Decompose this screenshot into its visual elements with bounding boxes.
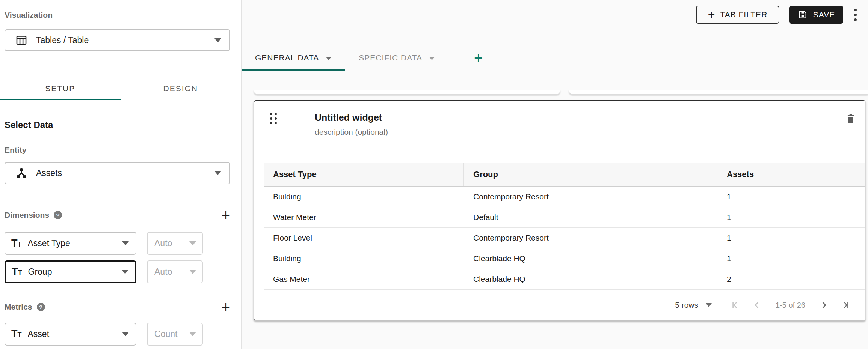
entity-select[interactable]: Assets xyxy=(5,162,230,184)
chevron-down-icon xyxy=(326,57,332,60)
table-pagination: 5 rows 1-5 of 26 xyxy=(254,290,865,320)
chevron-down-icon xyxy=(706,303,712,307)
chevron-down-icon xyxy=(122,270,128,274)
page-range-label: 1-5 of 26 xyxy=(776,301,805,310)
more-options-menu[interactable] xyxy=(848,6,863,24)
help-icon[interactable]: ? xyxy=(37,303,45,311)
collapsed-card-edge[interactable] xyxy=(569,90,868,95)
help-icon[interactable]: ? xyxy=(54,211,62,219)
chevron-down-icon xyxy=(214,171,221,175)
table-row[interactable]: Building Contemporary Resort 1 xyxy=(264,187,865,207)
select-data-heading: Select Data xyxy=(5,120,230,130)
column-header[interactable]: Group xyxy=(464,163,717,186)
table-row[interactable]: Water Meter Default 1 xyxy=(264,207,865,228)
active-tab-indicator xyxy=(0,99,121,100)
section-divider xyxy=(5,197,230,197)
cell-group: Default xyxy=(464,207,717,227)
tab-general-data-label: GENERAL DATA xyxy=(255,53,319,62)
data-tabs-bar: GENERAL DATA SPECIFIC DATA + xyxy=(242,30,868,71)
visualization-label: Visualization xyxy=(5,11,230,20)
dimension-field-select[interactable]: TT Asset Type xyxy=(5,232,136,255)
assets-entity-icon xyxy=(15,167,28,180)
cell-assets: 2 xyxy=(717,269,865,289)
dimensions-label: Dimensions xyxy=(5,211,49,220)
dimension-field-select-focused[interactable]: TT Group xyxy=(5,260,136,283)
metric-aggregation-value: Count xyxy=(154,329,189,339)
tab-setup[interactable]: SETUP xyxy=(0,77,121,100)
first-page-button[interactable] xyxy=(727,297,743,313)
visualization-type-select[interactable]: Tables / Table xyxy=(5,29,230,51)
chevron-down-icon xyxy=(189,332,196,336)
add-metric-button[interactable]: + xyxy=(222,301,230,313)
drag-handle-icon[interactable] xyxy=(267,112,280,125)
cell-assets: 1 xyxy=(717,248,865,269)
widget-titles: Untitled widget description (optional) xyxy=(315,112,388,137)
cell-asset-type: Building xyxy=(264,248,464,269)
dimension-row: TT Asset Type Auto xyxy=(5,232,230,255)
dimension-field-value: Group xyxy=(28,267,122,277)
collapsed-cards-row xyxy=(254,90,866,95)
column-header[interactable]: Assets xyxy=(717,163,865,186)
metric-row: TT Asset Count xyxy=(5,323,230,346)
tab-general-data[interactable]: GENERAL DATA xyxy=(242,45,345,71)
save-icon xyxy=(797,9,808,20)
section-divider xyxy=(5,289,230,289)
widget-table: Asset Type Group Assets Building Contemp… xyxy=(264,163,865,290)
save-button[interactable]: SAVE xyxy=(789,6,843,24)
main-area: + TAB FILTER SAVE GENERAL DATA xyxy=(242,0,868,349)
chevron-down-icon xyxy=(189,241,196,245)
entity-label: Entity xyxy=(5,146,230,155)
text-field-type-icon: TT xyxy=(12,266,22,278)
tab-filter-label: TAB FILTER xyxy=(720,10,767,19)
dashboard-editor: Visualization Tables / Table SETUP DESIG… xyxy=(0,0,868,349)
table-row[interactable]: Gas Meter Clearblade HQ 2 xyxy=(264,269,865,290)
collapsed-card-edge[interactable] xyxy=(254,90,560,95)
dimension-bucket-select[interactable]: Auto xyxy=(147,232,203,255)
widget-description[interactable]: description (optional) xyxy=(315,128,388,137)
cell-asset-type: Floor Level xyxy=(264,228,464,248)
cell-group: Contemporary Resort xyxy=(464,228,717,248)
chevron-down-icon xyxy=(214,38,221,42)
delete-widget-button[interactable] xyxy=(844,112,857,125)
column-header[interactable]: Asset Type xyxy=(264,163,464,186)
visualization-type-value: Tables / Table xyxy=(36,35,214,45)
chevron-down-icon xyxy=(122,241,129,245)
cell-assets: 1 xyxy=(717,228,865,248)
tab-filter-button[interactable]: + TAB FILTER xyxy=(696,6,779,24)
cell-assets: 1 xyxy=(717,207,865,227)
chevron-down-icon xyxy=(189,270,196,274)
tab-design[interactable]: DESIGN xyxy=(121,77,241,100)
cell-group: Contemporary Resort xyxy=(464,187,717,207)
dimension-bucket-select[interactable]: Auto xyxy=(147,260,203,283)
cell-asset-type: Gas Meter xyxy=(264,269,464,289)
dimension-field-value: Asset Type xyxy=(28,238,122,248)
cell-group: Clearblade HQ xyxy=(464,269,717,289)
dimensions-header: Dimensions ? + xyxy=(5,208,230,223)
add-data-tab-button[interactable]: + xyxy=(466,45,490,71)
rows-per-page-select[interactable]: 5 rows xyxy=(675,301,712,310)
last-page-button[interactable] xyxy=(838,297,854,313)
cell-group: Clearblade HQ xyxy=(464,248,717,269)
tab-specific-data[interactable]: SPECIFIC DATA xyxy=(345,45,448,71)
tab-content: Untitled widget description (optional) xyxy=(242,71,868,349)
plus-icon: + xyxy=(708,9,715,20)
widget-card[interactable]: Untitled widget description (optional) xyxy=(254,100,866,321)
cell-asset-type: Water Meter xyxy=(264,207,464,227)
table-row[interactable]: Building Clearblade HQ 1 xyxy=(264,248,865,269)
metric-field-value: Asset xyxy=(28,329,122,339)
metric-aggregation-select[interactable]: Count xyxy=(147,323,203,346)
chevron-down-icon xyxy=(429,57,435,60)
text-field-type-icon: TT xyxy=(11,328,22,340)
table-row[interactable]: Floor Level Contemporary Resort 1 xyxy=(264,228,865,248)
widget-title[interactable]: Untitled widget xyxy=(315,112,388,123)
next-page-button[interactable] xyxy=(816,297,832,313)
metric-field-select[interactable]: TT Asset xyxy=(5,323,136,346)
cell-assets: 1 xyxy=(717,187,865,207)
metrics-label: Metrics xyxy=(5,302,32,311)
chevron-down-icon xyxy=(122,332,129,336)
add-dimension-button[interactable]: + xyxy=(222,209,230,221)
previous-page-button[interactable] xyxy=(749,297,765,313)
dimension-row: TT Group Auto xyxy=(5,260,230,283)
entity-value: Assets xyxy=(36,168,214,178)
rows-per-page-value: 5 rows xyxy=(675,301,698,310)
